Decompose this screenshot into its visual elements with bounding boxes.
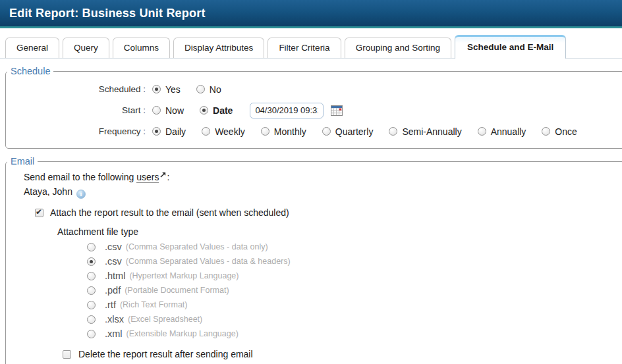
delete-option[interactable]: Delete the report result after sending e…: [63, 349, 622, 359]
calendar-icon[interactable]: [331, 105, 343, 116]
file-type-list: .csv (Comma Separated Values - data only…: [6, 240, 622, 341]
file-type-desc: (Comma Separated Values - data only): [126, 242, 268, 251]
file-type-ext: .html: [105, 271, 125, 281]
frequency-weekly-option[interactable]: Weekly: [202, 126, 245, 137]
file-type-radio[interactable]: [87, 315, 96, 324]
file-type-ext: .csv: [105, 242, 122, 252]
start-date-option[interactable]: Date: [200, 105, 233, 116]
tab-schedule-and-email[interactable]: Schedule and E-Mail: [455, 35, 566, 59]
frequency-monthly-label: Monthly: [274, 126, 306, 137]
file-type-radio[interactable]: [87, 286, 96, 295]
tab-label: General: [16, 43, 48, 53]
users-link[interactable]: users: [136, 172, 159, 183]
frequency-once-label: Once: [555, 126, 577, 137]
file-type-option-csv-data-only[interactable]: .csv (Comma Separated Values - data only…: [87, 240, 622, 254]
send-to-colon: :: [167, 172, 169, 182]
file-type-option-pdf[interactable]: .pdf (Portable Document Format): [87, 283, 622, 298]
tab-columns[interactable]: Columns: [113, 38, 170, 58]
page-title: Edit Report: Business Unit Report: [9, 7, 206, 20]
frequency-semi-annually-radio[interactable]: [389, 127, 397, 136]
frequency-weekly-radio[interactable]: [202, 127, 210, 136]
file-type-option-csv-data-headers[interactable]: .csv (Comma Separated Values - data & he…: [87, 254, 622, 269]
email-legend: Email: [7, 156, 38, 167]
tab-grouping-and-sorting[interactable]: Grouping and Sorting: [345, 38, 451, 58]
file-type-radio[interactable]: [87, 301, 96, 309]
file-type-desc: (Hypertext Markup Language): [129, 271, 239, 280]
frequency-once-option[interactable]: Once: [542, 126, 577, 137]
attach-option[interactable]: Attach the report result to the email (s…: [35, 207, 622, 218]
frequency-monthly-option[interactable]: Monthly: [261, 126, 306, 137]
scheduled-yes-radio[interactable]: [152, 85, 161, 93]
start-date-radio[interactable]: [200, 106, 208, 115]
start-label: Start :: [6, 105, 152, 115]
recipient-name: Ataya, John: [24, 186, 72, 197]
schedule-legend: Schedule: [7, 66, 53, 76]
attachment-file-type-label: Attachment file type: [57, 226, 622, 237]
schedule-section: Schedule Scheduled : Yes No Start : Now …: [5, 66, 622, 149]
file-type-radio[interactable]: [87, 272, 96, 280]
frequency-quarterly-label: Quarterly: [335, 126, 374, 137]
scheduled-no-option[interactable]: No: [196, 84, 221, 95]
tab-query[interactable]: Query: [63, 38, 109, 58]
file-type-desc: (Portable Document Format): [125, 286, 229, 295]
recipient-line: Ataya, Johni: [24, 185, 622, 199]
file-type-desc: (Excel Spreadsheet): [128, 315, 202, 324]
frequency-once-radio[interactable]: [542, 127, 550, 136]
tab-filter-criteria[interactable]: Filter Criteria: [268, 38, 341, 58]
tab-bar: General Query Columns Display Attributes…: [0, 28, 622, 59]
tab-label: Schedule and E-Mail: [467, 42, 553, 52]
start-date-label: Date: [213, 105, 233, 116]
attach-checkbox[interactable]: [35, 209, 43, 217]
tab-general[interactable]: General: [5, 38, 59, 58]
frequency-weekly-label: Weekly: [215, 126, 245, 137]
file-type-radio[interactable]: [87, 243, 96, 251]
frequency-annually-label: Annually: [491, 126, 526, 137]
start-now-option[interactable]: Now: [152, 105, 184, 116]
file-type-desc: (Comma Separated Values - data & headers…: [126, 257, 291, 266]
page: { "header": { "title": "Edit Report: Bus…: [0, 0, 622, 364]
attach-label: Attach the report result to the email (s…: [50, 207, 289, 218]
file-type-desc: (Rich Text Format): [120, 300, 188, 309]
send-to-text: Send email to the following: [24, 172, 136, 182]
frequency-semi-annually-option[interactable]: Semi-Annually: [389, 126, 461, 137]
file-type-option-xml[interactable]: .xml (Extensible Markup Language): [87, 326, 622, 341]
scheduled-row: Scheduled : Yes No: [6, 80, 622, 98]
scheduled-no-radio[interactable]: [196, 85, 205, 93]
file-type-ext: .rtf: [105, 299, 116, 310]
frequency-quarterly-option[interactable]: Quarterly: [322, 126, 374, 137]
delete-checkbox[interactable]: [63, 350, 71, 359]
tab-label: Query: [74, 43, 98, 53]
file-type-radio[interactable]: [87, 257, 96, 266]
tab-display-attributes[interactable]: Display Attributes: [173, 38, 264, 58]
tab-label: Columns: [124, 43, 159, 53]
file-type-option-xlsx[interactable]: .xlsx (Excel Spreadsheet): [87, 312, 622, 326]
frequency-label: Frequency :: [6, 126, 152, 136]
tab-label: Filter Criteria: [279, 43, 329, 53]
delete-label: Delete the report result after sending e…: [78, 349, 253, 359]
file-type-option-html[interactable]: .html (Hypertext Markup Language): [87, 269, 622, 283]
title-bar: Edit Report: Business Unit Report: [0, 0, 622, 28]
file-type-radio[interactable]: [87, 330, 96, 338]
info-icon[interactable]: i: [76, 190, 86, 199]
frequency-daily-label: Daily: [165, 126, 186, 137]
start-now-radio[interactable]: [152, 106, 161, 115]
start-date-input[interactable]: [250, 103, 324, 118]
file-type-ext: .csv: [105, 256, 122, 267]
frequency-monthly-radio[interactable]: [261, 127, 269, 136]
frequency-row: Frequency : Daily Weekly Monthly Quarter…: [6, 122, 622, 140]
scheduled-no-label: No: [210, 84, 221, 95]
popup-arrow-icon: [160, 172, 166, 178]
scheduled-label: Scheduled :: [6, 84, 152, 94]
file-type-ext: .pdf: [105, 285, 121, 296]
frequency-semi-annually-label: Semi-Annually: [402, 126, 461, 137]
frequency-annually-radio[interactable]: [478, 127, 486, 136]
email-section: Email Send email to the following users:…: [5, 156, 622, 364]
start-now-label: Now: [165, 105, 184, 116]
file-type-option-rtf[interactable]: .rtf (Rich Text Format): [87, 298, 622, 312]
frequency-quarterly-radio[interactable]: [322, 127, 331, 136]
frequency-daily-option[interactable]: Daily: [152, 126, 186, 137]
frequency-daily-radio[interactable]: [152, 127, 161, 136]
tab-label: Grouping and Sorting: [356, 43, 440, 53]
scheduled-yes-option[interactable]: Yes: [152, 84, 181, 95]
frequency-annually-option[interactable]: Annually: [478, 126, 526, 137]
